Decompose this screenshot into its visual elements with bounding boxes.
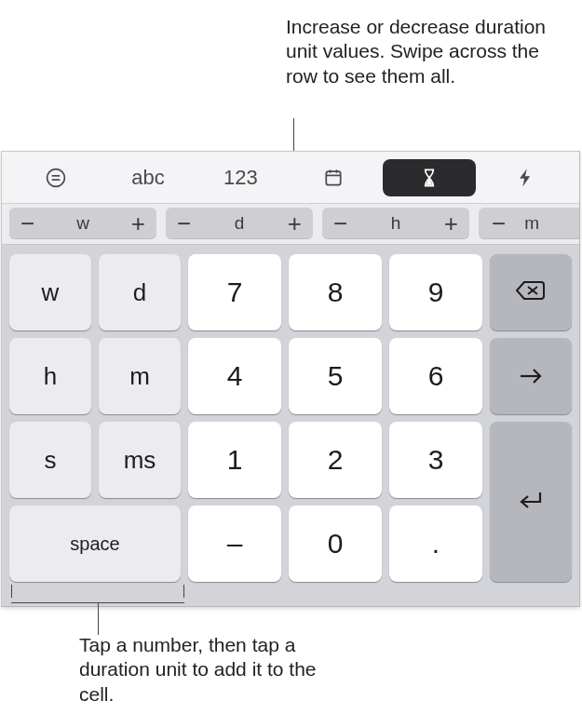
unit-key-seconds[interactable]: s	[9, 422, 91, 498]
duration-keyboard-button[interactable]	[383, 159, 475, 196]
dot-key[interactable]: .	[389, 506, 482, 582]
backspace-icon	[515, 276, 547, 308]
equals-circle-icon	[43, 167, 69, 189]
unit-key-weeks[interactable]: w	[9, 254, 91, 330]
key-grid: w d 7 8 9 h m 4 5 6 s ms	[2, 245, 579, 606]
digit-7-key[interactable]: 7	[188, 254, 281, 330]
minus-icon[interactable]: −	[177, 211, 191, 236]
hourglass-icon	[416, 167, 442, 189]
digit-3-key[interactable]: 3	[389, 422, 482, 498]
unit-key-minutes[interactable]: m	[99, 338, 181, 414]
digit-6-key[interactable]: 6	[389, 338, 482, 414]
plus-icon[interactable]: +	[444, 211, 458, 236]
keyboard-toolbar: abc 123	[2, 152, 579, 204]
formula-button[interactable]	[9, 159, 102, 196]
plus-icon[interactable]: +	[288, 211, 302, 236]
digit-4-key[interactable]: 4	[188, 338, 281, 414]
svg-point-0	[47, 169, 64, 186]
digit-8-key[interactable]: 8	[289, 254, 382, 330]
unit-key-hours[interactable]: h	[9, 338, 91, 414]
text-keyboard-button[interactable]: abc	[102, 159, 194, 196]
unit-key-milliseconds[interactable]: ms	[99, 422, 181, 498]
stepper-minutes[interactable]: − m	[479, 208, 579, 239]
svg-rect-3	[326, 171, 340, 185]
minus-icon[interactable]: −	[333, 211, 347, 236]
stepper-unit-label: d	[235, 213, 245, 234]
date-keyboard-button[interactable]	[287, 159, 379, 196]
space-key[interactable]: space	[9, 506, 181, 582]
stepper-unit-label: w	[76, 213, 89, 234]
return-key[interactable]	[490, 422, 572, 582]
quick-actions-button[interactable]	[480, 159, 572, 196]
next-key[interactable]	[490, 338, 572, 414]
callout-leader	[98, 603, 99, 635]
minus-icon[interactable]: −	[20, 211, 34, 236]
calendar-icon	[320, 167, 346, 189]
unit-keys-bracket	[11, 590, 184, 603]
stepper-weeks[interactable]: − w +	[9, 208, 156, 239]
backspace-key[interactable]	[490, 254, 572, 330]
unit-key-days[interactable]: d	[99, 254, 181, 330]
number-keyboard-button[interactable]: 123	[195, 159, 287, 196]
duration-keyboard: abc 123 − w + − d	[1, 151, 580, 607]
digit-9-key[interactable]: 9	[389, 254, 482, 330]
digit-1-key[interactable]: 1	[188, 422, 281, 498]
stepper-unit-label: h	[391, 213, 401, 234]
callout-stepper-hint: Increase or decrease duration unit value…	[286, 15, 556, 88]
stepper-unit-label: m	[524, 213, 539, 234]
plus-icon[interactable]: +	[131, 211, 145, 236]
minus-icon[interactable]: −	[492, 211, 506, 236]
stepper-hours[interactable]: − h +	[322, 208, 469, 239]
digit-2-key[interactable]: 2	[289, 422, 382, 498]
stepper-days[interactable]: − d +	[166, 208, 313, 239]
arrow-right-icon	[518, 360, 544, 392]
duration-stepper-row[interactable]: − w + − d + − h + − m	[2, 204, 579, 245]
return-icon	[518, 486, 544, 518]
callout-unit-keys-hint: Tap a number, then tap a duration unit t…	[79, 633, 321, 707]
lightning-icon	[512, 167, 538, 189]
dash-key[interactable]: –	[188, 506, 281, 582]
digit-5-key[interactable]: 5	[289, 338, 382, 414]
digit-0-key[interactable]: 0	[289, 506, 382, 582]
